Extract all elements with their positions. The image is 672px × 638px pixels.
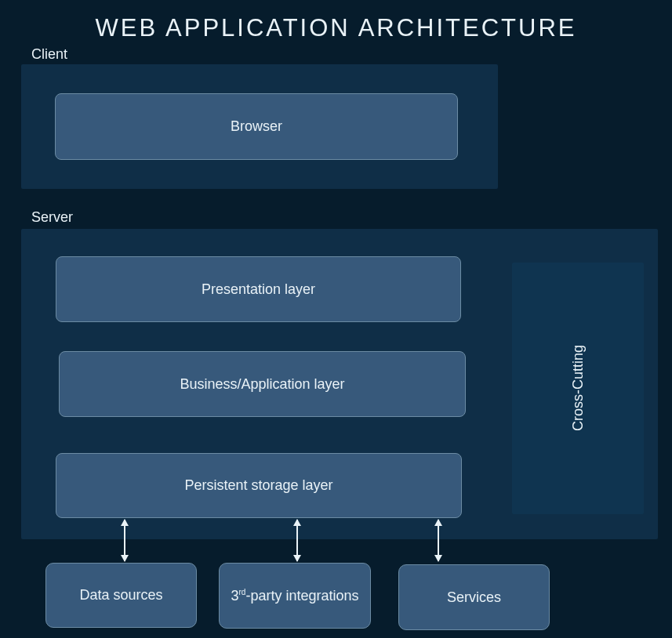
- persistent-layer-box: Persistent storage layer: [56, 453, 462, 518]
- presentation-layer-label: Presentation layer: [202, 281, 315, 298]
- client-section-label: Client: [31, 46, 67, 63]
- thirdparty-label: 3rd-party integrations: [231, 588, 359, 604]
- cross-cutting-box: Cross-Cutting: [512, 263, 644, 514]
- thirdparty-box: 3rd-party integrations: [219, 563, 371, 629]
- persistent-layer-label: Persistent storage layer: [184, 477, 332, 494]
- arrow-datasources: [124, 520, 125, 561]
- arrow-services: [438, 520, 439, 561]
- browser-label: Browser: [231, 118, 282, 135]
- business-layer-box: Business/Application layer: [59, 351, 466, 417]
- services-label: Services: [447, 589, 501, 606]
- diagram-title: WEB APPLICATION ARCHITECTURE: [0, 0, 672, 42]
- arrow-thirdparty: [296, 520, 298, 561]
- datasources-box: Data sources: [45, 563, 197, 628]
- datasources-label: Data sources: [79, 587, 162, 604]
- presentation-layer-box: Presentation layer: [56, 256, 461, 322]
- business-layer-label: Business/Application layer: [180, 376, 344, 393]
- browser-box: Browser: [55, 93, 458, 160]
- services-box: Services: [398, 564, 550, 630]
- server-section-label: Server: [31, 209, 73, 226]
- cross-cutting-label: Cross-Cutting: [570, 345, 587, 431]
